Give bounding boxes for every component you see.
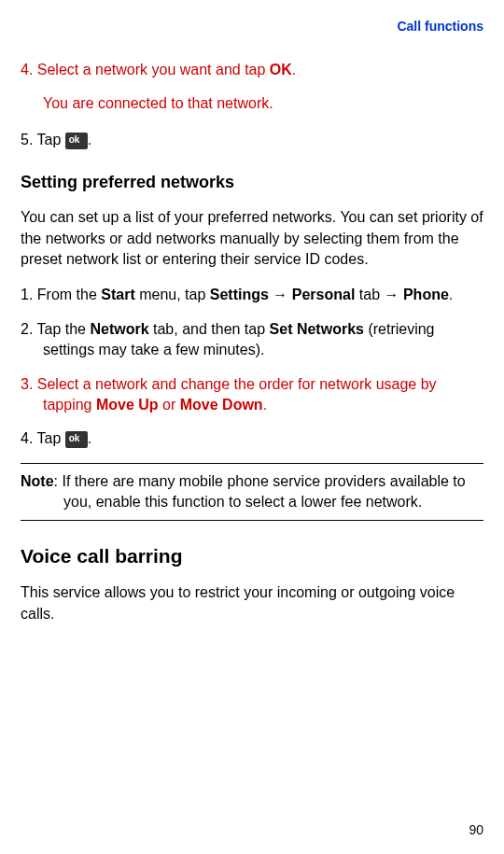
s1-step2-a: 2. Tap the xyxy=(21,321,90,337)
step4-suffix: . xyxy=(292,62,296,77)
s1-step1-a: 1. From the xyxy=(21,287,101,302)
ok-icon-text: ok xyxy=(69,133,80,147)
step-4: 4. Select a network you want and tap OK. xyxy=(21,60,483,80)
s1-step3-c: . xyxy=(263,397,267,413)
moveup-label: Move Up xyxy=(96,397,159,413)
s1-step2-b: tab, and then tap xyxy=(149,321,270,337)
note-label: Note xyxy=(21,473,54,489)
step5-suffix: . xyxy=(88,132,91,147)
section1-paragraph: You can set up a list of your preferred … xyxy=(21,207,483,270)
settings-label: Settings xyxy=(210,287,269,302)
phone-label: Phone xyxy=(403,287,449,302)
step4-subtext: You are connected to that network. xyxy=(21,93,483,114)
header-title: Call functions xyxy=(21,19,483,34)
step4-prefix: 4. Select a network you want and tap xyxy=(21,62,270,77)
step5-prefix: 5. Tap xyxy=(21,132,65,147)
personal-label: Personal xyxy=(292,287,356,302)
s1-step1-d: tab → xyxy=(355,287,403,302)
note-block: Note: If there are many mobile phone ser… xyxy=(21,463,483,522)
section1-step3: 3. Select a network and change the order… xyxy=(21,374,483,416)
arrow-1: → xyxy=(269,287,292,302)
section1-step1: 1. From the Start menu, tap Settings → P… xyxy=(21,285,483,305)
s1-step1-e: . xyxy=(449,287,453,302)
page-number: 90 xyxy=(469,822,483,837)
heading-preferred-networks: Setting preferred networks xyxy=(21,173,483,192)
section1-step4: 4. Tap ok. xyxy=(21,428,483,449)
note-text: : If there are many mobile phone service… xyxy=(54,473,466,510)
s1-step4-b: . xyxy=(88,430,91,446)
heading-voice-call-barring: Voice call barring xyxy=(21,545,483,567)
ok-icon: ok xyxy=(65,133,88,149)
s1-step1-b: menu, tap xyxy=(135,287,210,302)
ok-icon-text: ok xyxy=(69,432,80,445)
step4-ok-label: OK xyxy=(270,62,292,77)
ok-icon: ok xyxy=(65,431,88,448)
step-5: 5. Tap ok. xyxy=(21,130,483,150)
start-label: Start xyxy=(101,287,134,302)
s1-step3-b: or xyxy=(159,397,180,413)
set-networks-label: Set Networks xyxy=(270,321,364,337)
movedown-label: Move Down xyxy=(180,397,263,413)
section2-paragraph: This service allows you to restrict your… xyxy=(21,582,483,624)
network-tab-label: Network xyxy=(90,321,148,337)
section1-step2: 2. Tap the Network tab, and then tap Set… xyxy=(21,319,483,361)
s1-step4-a: 4. Tap xyxy=(21,430,65,446)
